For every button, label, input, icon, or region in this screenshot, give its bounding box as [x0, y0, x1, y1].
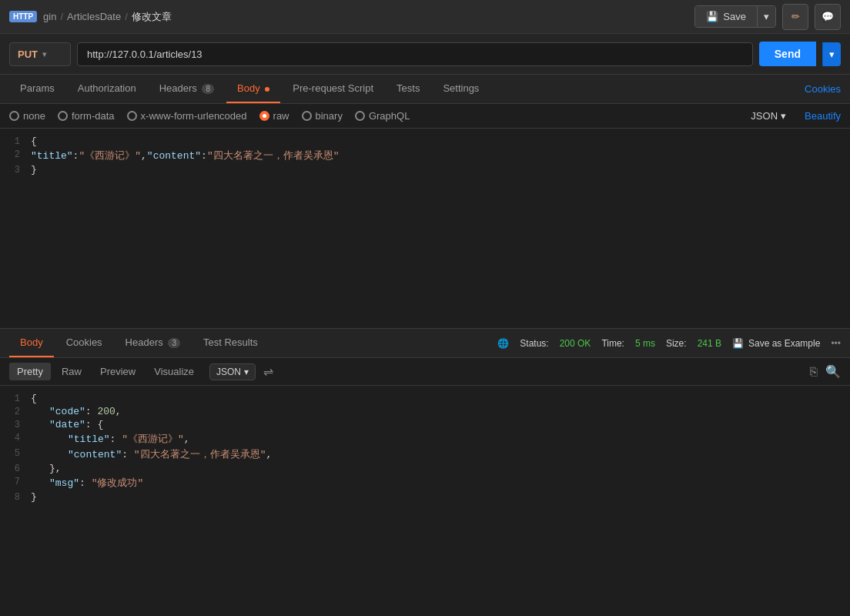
response-meta: 🌐 Status: 200 OK Time: 5 ms Size: 241 B …	[497, 338, 841, 349]
req-line-content-3: }	[31, 164, 37, 176]
beautify-button[interactable]: Beautify	[805, 110, 841, 122]
send-dropdown-button[interactable]: ▾	[822, 42, 841, 66]
opt-raw[interactable]: raw	[259, 110, 289, 122]
tab-headers[interactable]: Headers 8	[149, 75, 225, 103]
resp-line-1: 1 {	[0, 392, 850, 405]
response-format-bar: Pretty Raw Preview Visualize JSON ▾ ⇌ ⎘ …	[0, 358, 850, 386]
json-chevron-icon: ▾	[781, 110, 786, 122]
search-icon[interactable]: 🔍	[825, 364, 841, 379]
save-dropdown-chevron[interactable]: ▾	[757, 6, 775, 27]
resp-line-num-3: 3	[0, 419, 31, 430]
save-example-icon: 💾	[732, 338, 744, 349]
status-value: 200 OK	[560, 338, 591, 349]
opt-raw-radio	[259, 111, 269, 121]
tab-body[interactable]: Body	[226, 75, 280, 103]
resp-line-6: 6 },	[0, 462, 850, 475]
resp-json-select[interactable]: JSON ▾	[209, 363, 256, 380]
opt-none[interactable]: none	[9, 110, 45, 122]
send-button[interactable]: Send	[759, 42, 816, 66]
opt-form-data[interactable]: form-data	[58, 110, 115, 122]
req-line-3: 3 }	[0, 163, 850, 176]
top-bar-actions: 💾 Save ▾ ✏ 💬	[694, 4, 841, 30]
resp-headers-badge: 3	[168, 338, 180, 348]
url-input[interactable]	[77, 42, 753, 66]
save-as-example-button[interactable]: 💾 Save as Example	[732, 338, 820, 349]
resp-line-num-8: 8	[0, 491, 31, 503]
opt-binary-radio	[302, 111, 312, 121]
resp-content-8: }	[31, 491, 37, 503]
req-line-num-2: 2	[0, 149, 31, 160]
save-example-label: Save as Example	[748, 338, 820, 349]
resp-line-4: 4 "title": "《西游记》",	[0, 431, 850, 447]
opt-binary-label: binary	[316, 110, 343, 122]
time-label: Time:	[601, 338, 624, 349]
opt-graphql[interactable]: GraphQL	[355, 110, 410, 122]
fmt-pretty[interactable]: Pretty	[9, 363, 51, 380]
resp-line-2: 2 "code": 200,	[0, 405, 850, 418]
save-label: Save	[723, 11, 746, 22]
save-btn-group: 💾 Save ▾	[694, 5, 776, 28]
opt-urlencoded-radio	[127, 111, 137, 121]
resp-content-3: "date": {	[31, 419, 103, 430]
request-tabs: Params Authorization Headers 8 Body Pre-…	[0, 75, 850, 104]
method-select[interactable]: PUT ▾	[9, 42, 71, 66]
edit-button[interactable]: ✏	[782, 4, 808, 30]
resp-headers-label: Headers	[125, 336, 163, 348]
resp-content-7: "msg": "修改成功"	[31, 476, 143, 490]
opt-form-data-label: form-data	[72, 110, 115, 122]
opt-none-label: none	[23, 110, 45, 122]
resp-content-6: },	[31, 463, 62, 474]
cookies-link[interactable]: Cookies	[805, 83, 841, 95]
json-format-select[interactable]: JSON ▾	[751, 110, 786, 122]
breadcrumb-sep2: /	[125, 11, 128, 22]
resp-line-num-7: 7	[0, 476, 31, 487]
copy-icon[interactable]: ⎘	[810, 365, 818, 379]
request-body-editor[interactable]: 1 { 2 "title":"《西游记》","content":"四大名著之一，…	[0, 129, 850, 329]
tab-pre-request[interactable]: Pre-request Script	[282, 75, 384, 103]
opt-urlencoded[interactable]: x-www-form-urlencoded	[127, 110, 247, 122]
opt-urlencoded-label: x-www-form-urlencoded	[141, 110, 247, 122]
status-label: Status:	[520, 338, 548, 349]
save-icon: 💾	[706, 11, 718, 22]
resp-content-2: "code": 200,	[31, 406, 122, 417]
breadcrumb: gin / ArticlesDate / 修改文章	[43, 10, 172, 24]
response-tabs: Body Cookies Headers 3 Test Results 🌐 St…	[0, 329, 850, 358]
fmt-raw[interactable]: Raw	[54, 363, 89, 380]
opt-graphql-radio	[355, 111, 365, 121]
body-options: none form-data x-www-form-urlencoded raw…	[0, 104, 850, 129]
tab-params[interactable]: Params	[9, 75, 65, 103]
resp-tab-test-results[interactable]: Test Results	[192, 329, 269, 357]
resp-line-num-1: 1	[0, 393, 31, 404]
tab-authorization[interactable]: Authorization	[67, 75, 147, 103]
url-bar: PUT ▾ Send ▾	[0, 34, 850, 75]
tab-settings[interactable]: Settings	[432, 75, 490, 103]
resp-json-chevron-icon: ▾	[244, 367, 249, 377]
more-options-icon[interactable]: •••	[831, 338, 841, 349]
time-value: 5 ms	[635, 338, 655, 349]
resp-actions: ⎘ 🔍	[810, 364, 841, 379]
method-value: PUT	[18, 49, 38, 60]
resp-tab-headers[interactable]: Headers 3	[115, 329, 191, 357]
tab-headers-label: Headers	[159, 82, 197, 94]
resp-tab-cookies[interactable]: Cookies	[55, 329, 113, 357]
req-line-content-2: "title":"《西游记》","content":"四大名著之一，作者吴承恩"	[31, 149, 339, 162]
req-line-num-1: 1	[0, 136, 31, 147]
fmt-visualize[interactable]: Visualize	[146, 363, 202, 380]
fmt-preview[interactable]: Preview	[92, 363, 143, 380]
opt-none-radio	[9, 111, 19, 121]
opt-binary[interactable]: binary	[302, 110, 343, 122]
comment-icon: 💬	[822, 11, 834, 22]
response-body: 1 { 2 "code": 200, 3 "date": { 4 "title"…	[0, 386, 850, 591]
comment-button[interactable]: 💬	[815, 4, 841, 30]
tab-tests[interactable]: Tests	[386, 75, 430, 103]
resp-tab-body[interactable]: Body	[9, 329, 54, 357]
wrap-icon[interactable]: ⇌	[263, 364, 273, 379]
breadcrumb-current: 修改文章	[132, 10, 172, 24]
size-value: 241 B	[698, 338, 721, 349]
resp-line-7: 7 "msg": "修改成功"	[0, 475, 850, 490]
breadcrumb-sep1: /	[60, 11, 63, 22]
response-section: Body Cookies Headers 3 Test Results 🌐 St…	[0, 329, 850, 591]
save-button[interactable]: 💾 Save	[695, 6, 757, 27]
tab-body-label: Body	[237, 82, 260, 94]
opt-graphql-label: GraphQL	[369, 110, 410, 122]
